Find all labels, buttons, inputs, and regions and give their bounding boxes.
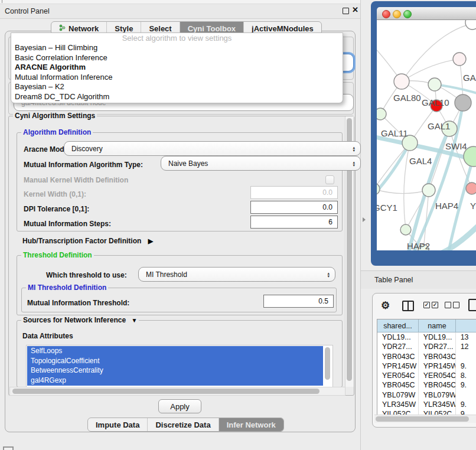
table-cell: YER054C — [377, 371, 419, 380]
docked-panel-icon[interactable] — [3, 446, 14, 450]
kernel-width-field[interactable]: 0.0 — [250, 186, 338, 199]
sources-group-title[interactable]: Sources for Network Inference ▼ — [21, 316, 139, 324]
table-row[interactable]: YDL19...YDL19...13 — [377, 332, 476, 342]
attribute-list-item[interactable]: SelfLoops — [27, 346, 103, 356]
hub-definition-toggle[interactable]: Hub/Transcription Factor Definition ▶ — [22, 237, 153, 245]
network-node[interactable] — [453, 53, 466, 66]
bottom-tab-discretize-data[interactable]: Discretize Data — [148, 418, 219, 431]
deselect-all-icon[interactable] — [445, 302, 461, 312]
control-panel-titlebar: Control Panel — [0, 4, 360, 19]
network-edge[interactable] — [402, 24, 472, 81]
node-label: HAP4 — [435, 201, 458, 211]
which-threshold-value: MI Threshold — [146, 270, 187, 279]
table-cell: 12 — [456, 342, 476, 351]
table-row[interactable]: YBR045CYBR045C9. — [377, 380, 476, 390]
network-edge[interactable] — [377, 189, 429, 194]
node-label: GAL4 — [409, 156, 432, 166]
bottom-tab-impute-data[interactable]: Impute Data — [88, 418, 148, 431]
mi-threshold-field[interactable]: 0.5 — [263, 295, 334, 308]
mi-steps-field[interactable]: 6 — [250, 216, 338, 229]
select-all-icon[interactable]: ✓✓ — [423, 302, 440, 312]
aracne-mode-value: Discovery — [71, 145, 103, 153]
table-horizontal-scrollbar[interactable] — [374, 415, 476, 423]
table-cell: YER054C — [419, 371, 456, 380]
network-window-titlebar[interactable] — [377, 7, 476, 20]
network-edge[interactable] — [402, 59, 459, 81]
tab-label: Select — [149, 24, 171, 33]
algorithm-option[interactable]: ARACNE Algorithm — [11, 63, 343, 73]
algorithm-option[interactable]: Bayesian – K2 — [11, 82, 343, 92]
node-label: GAL11 — [381, 128, 408, 138]
column-header[interactable]: shared... — [377, 319, 419, 332]
gear-icon[interactable]: ⚙ — [381, 299, 390, 312]
combo-arrows-icon: ▴▾ — [327, 271, 330, 278]
table-cell: 9. — [456, 400, 476, 409]
function-builder-icon[interactable] — [468, 299, 476, 311]
algorithm-option[interactable]: Bayesian – Hill Climbing — [11, 43, 343, 53]
algorithm-dropdown-list: Select algorithm to view settings Bayesi… — [11, 32, 343, 103]
column-header[interactable] — [456, 319, 476, 332]
aracne-mode-combobox[interactable]: Discovery ▴▾ — [64, 141, 361, 156]
kernel-width-label: Kernel Width (0,1): — [24, 190, 86, 198]
table-row[interactable]: YPR145WYPR145W9. — [377, 361, 476, 371]
attribute-list-item[interactable]: TopologicalCoefficient — [27, 356, 103, 366]
network-node[interactable] — [465, 20, 476, 30]
zoom-traffic-light-icon[interactable] — [403, 10, 412, 18]
table-row[interactable]: YDR27...YDR27...12 — [377, 342, 476, 351]
table-row[interactable]: YER054CYER054C8. — [377, 371, 476, 380]
network-node[interactable] — [428, 78, 441, 91]
mi-threshold-label: Mutual Information Threshold: — [27, 299, 129, 307]
table-cell: YBL079W — [419, 390, 456, 400]
data-attributes-list: SelfLoopsTopologicalCoefficientBetweenne… — [26, 345, 333, 387]
split-panel-icon[interactable] — [402, 301, 414, 311]
algorithm-option[interactable]: Mutual Information Inference — [11, 73, 343, 83]
panel-divider-arrow-icon[interactable] — [363, 217, 366, 222]
network-canvas[interactable]: GALGAL80GAL10GAL1GAL11SWI4GAL4GCY1HAP4YH… — [377, 20, 476, 250]
mi-steps-label: Mutual Information Steps: — [24, 220, 111, 228]
attribute-list-item[interactable]: BetweennessCentrality — [27, 366, 103, 376]
network-node[interactable] — [394, 74, 409, 89]
attribute-list-item[interactable]: gal4RGexp — [27, 376, 103, 386]
bottom-tab-infer-network[interactable]: Infer Network — [219, 418, 283, 431]
settings-horizontal-scrollbar[interactable] — [9, 387, 345, 396]
which-threshold-combobox[interactable]: MI Threshold ▴▾ — [138, 267, 335, 282]
table-panel-titlebar: Table Panel — [361, 270, 476, 289]
table-cell: 9. — [456, 361, 476, 371]
float-panel-icon[interactable] — [343, 8, 349, 14]
table-row[interactable]: YLR345WYLR345W9. — [377, 400, 476, 409]
algorithm-option[interactable]: Basic Correlation Inference — [11, 53, 343, 63]
network-node[interactable] — [422, 184, 435, 197]
kernel-width-value: 0.0 — [322, 188, 332, 197]
bottom-tabbar: Impute DataDiscretize DataInfer Network — [87, 418, 284, 432]
close-panel-icon[interactable]: ✕ — [352, 5, 358, 14]
tab-label: Cyni Toolbox — [188, 24, 236, 33]
table-row[interactable]: YBL079WYBL079W — [377, 390, 476, 400]
table-cell: YDR27... — [419, 342, 456, 351]
mi-type-combobox[interactable]: Naive Bayes ▴▾ — [161, 156, 361, 171]
minimize-traffic-light-icon[interactable] — [393, 10, 401, 18]
network-node[interactable] — [377, 183, 380, 195]
table-row[interactable]: YBR043CYBR043C — [377, 352, 476, 361]
table-scrollbar-thumb[interactable] — [376, 416, 469, 422]
apply-button[interactable]: Apply — [158, 399, 201, 413]
data-attributes-items: SelfLoopsTopologicalCoefficientBetweenne… — [27, 346, 103, 386]
algorithm-option[interactable]: Dream8 DC_TDC Algorithm — [11, 92, 343, 102]
network-node[interactable] — [455, 94, 471, 111]
close-traffic-light-icon[interactable] — [382, 10, 390, 18]
network-tab-icon — [59, 24, 66, 33]
table-cell: 13 — [456, 332, 476, 342]
table-cell: 9. — [456, 380, 476, 390]
manual-kernel-checkbox[interactable] — [325, 175, 334, 184]
sources-title-text: Sources for Network Inference — [23, 316, 126, 324]
network-node[interactable] — [466, 182, 476, 194]
attributes-scrollbar-thumb[interactable] — [325, 347, 330, 380]
column-header[interactable]: name — [419, 319, 456, 332]
table-cell: YDL19... — [377, 332, 419, 342]
network-node[interactable] — [377, 108, 386, 120]
table-cell — [456, 352, 476, 361]
settings-horizontal-scrollbar-thumb[interactable] — [12, 389, 319, 394]
dpi-tolerance-field[interactable]: 0.0 — [250, 201, 338, 214]
network-node[interactable] — [400, 224, 411, 235]
threshold-definition-title: Threshold Definition — [21, 251, 94, 259]
algorithm-dropdown-items: Bayesian – Hill ClimbingBasic Correlatio… — [11, 43, 343, 102]
